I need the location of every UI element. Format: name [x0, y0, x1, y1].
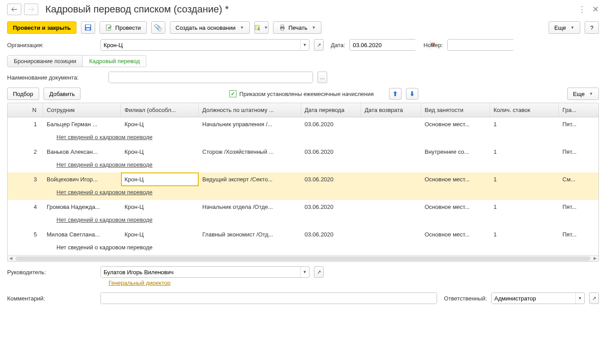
nav-back-button[interactable]: 🡠 [7, 4, 21, 15]
more-menu-icon[interactable]: ⋮ [578, 4, 586, 14]
responsible-dropdown-icon[interactable]: ▼ [575, 293, 584, 304]
table-row[interactable]: 4Громова Надежда...Крон-ЦНачальник отдел… [8, 200, 598, 214]
monthly-accruals-checkbox[interactable]: ✓ Приказом установлены ежемесячные начис… [229, 90, 373, 97]
cell[interactable]: См... [559, 172, 586, 186]
cell[interactable]: Начальник отдела /Отде... [199, 200, 301, 214]
cell[interactable]: 1 [490, 228, 559, 241]
table-row[interactable]: 5Милова Светлана...Крон-ЦГлавный экономи… [8, 228, 598, 241]
responsible-open-button[interactable]: ↗ [589, 292, 599, 304]
cell[interactable]: 2 [8, 145, 43, 159]
cell[interactable]: Ваньков Алексан... [43, 145, 121, 159]
post-and-close-button[interactable]: Провести и закрыть [7, 21, 76, 34]
cell[interactable]: 03.06.2020 [301, 200, 361, 214]
col-header-employment[interactable]: Вид занятости [421, 103, 490, 117]
manager-title-link[interactable]: Генеральный директор [108, 280, 599, 286]
cell[interactable]: Войцехович Игор... [43, 172, 121, 186]
cell[interactable]: 03.06.2020 [301, 228, 361, 241]
cell[interactable] [361, 172, 421, 186]
org-input[interactable] [101, 40, 300, 50]
org-dropdown-icon[interactable]: ▼ [300, 40, 309, 50]
date-field[interactable]: 📅 [349, 39, 416, 51]
table-row[interactable]: 1Бальцер Герман ...Крон-ЦНачальник управ… [8, 117, 598, 131]
cell[interactable]: Крон-Ц [121, 117, 199, 131]
cell[interactable]: Пят... [559, 228, 586, 241]
grid-hscroll[interactable]: ◀ ▶ [8, 255, 598, 261]
cell[interactable] [361, 228, 421, 241]
cell[interactable]: Основное мест... [421, 200, 490, 214]
add-row-button[interactable]: Добавить [44, 88, 80, 100]
cell[interactable] [361, 200, 421, 214]
no-transfer-info-link[interactable]: Нет сведений о кадровом переводе [56, 189, 153, 196]
col-header-schedule[interactable]: Гра... [559, 103, 586, 117]
number-field[interactable] [447, 39, 514, 51]
table-row[interactable]: 3Войцехович Игор...Крон-ЦВедущий эксперт… [8, 172, 598, 186]
scroll-thumb[interactable] [16, 256, 590, 261]
cell[interactable]: Милова Светлана... [43, 228, 121, 241]
cell[interactable]: Громова Надежда... [43, 200, 121, 214]
col-header-employee[interactable]: Сотрудник [43, 103, 121, 117]
cell[interactable]: Пят... [559, 117, 586, 131]
goto-button[interactable]: ▼ [254, 21, 269, 34]
manager-open-button[interactable]: ↗ [314, 266, 324, 278]
tab-transfer[interactable]: Кадровый перевод [83, 56, 146, 67]
scroll-left-icon[interactable]: ◀ [9, 256, 12, 260]
cell[interactable]: 03.06.2020 [301, 172, 361, 186]
manager-input[interactable] [101, 267, 300, 277]
comment-field[interactable] [100, 292, 437, 304]
col-header-return-date[interactable]: Дата возврата [361, 103, 421, 117]
move-down-button[interactable]: ⬇ [406, 88, 418, 100]
cell[interactable]: Сторож /Хозяйственный ... [199, 145, 301, 159]
docname-input[interactable] [109, 72, 313, 83]
help-button[interactable]: ? [585, 21, 599, 34]
nav-forward-button[interactable]: 🡢 [24, 4, 38, 15]
responsible-input[interactable] [492, 293, 575, 304]
cell[interactable]: 1 [490, 200, 559, 214]
cell[interactable]: Ведущий эксперт /Секто... [199, 172, 301, 186]
grid-more-button[interactable]: Еще▼ [567, 88, 599, 100]
cell[interactable]: 1 [8, 117, 43, 131]
comment-input[interactable] [101, 293, 437, 304]
cell[interactable] [361, 145, 421, 159]
create-based-on-button[interactable]: Создать на основании▼ [170, 21, 250, 34]
cell[interactable]: 1 [490, 145, 559, 159]
cell[interactable]: 03.06.2020 [301, 117, 361, 131]
cell[interactable]: Главный экономист /Отд... [199, 228, 301, 241]
date-input[interactable] [350, 40, 430, 50]
cell[interactable]: Крон-Ц [121, 228, 199, 241]
org-field[interactable]: ▼ [100, 39, 309, 51]
more-button[interactable]: Еще▼ [549, 21, 580, 34]
cell[interactable]: Начальник управления /... [199, 117, 301, 131]
cell[interactable]: 4 [8, 200, 43, 214]
docname-ext-button[interactable]: … [317, 72, 327, 83]
org-open-button[interactable]: ↗ [314, 39, 324, 51]
cell[interactable]: Основное мест... [421, 228, 490, 241]
cell[interactable]: Основное мест... [421, 172, 490, 186]
no-transfer-info-link[interactable]: Нет сведений о кадровом переводе [56, 134, 153, 140]
table-row[interactable]: 2Ваньков Алексан...Крон-ЦСторож /Хозяйст… [8, 145, 598, 159]
cell[interactable]: Основное мест... [421, 117, 490, 131]
col-header-n[interactable]: N [8, 103, 43, 117]
cell[interactable]: 1 [490, 172, 559, 186]
col-header-rate-count[interactable]: Колич. ставок [490, 103, 559, 117]
cell[interactable]: Пят... [559, 200, 586, 214]
col-header-branch[interactable]: Филиал (обособл... [121, 103, 199, 117]
select-employees-button[interactable]: Подбор [7, 88, 39, 100]
no-transfer-info-link[interactable]: Нет сведений о кадровом переводе [56, 216, 153, 223]
post-button[interactable]: Провести [100, 21, 147, 34]
col-header-position[interactable]: Должность по штатному ... [199, 103, 301, 117]
cell[interactable]: Крон-Ц [121, 200, 199, 214]
scroll-right-icon[interactable]: ▶ [594, 256, 597, 260]
attach-button[interactable]: 📎 [151, 21, 165, 34]
cell[interactable]: 3 [8, 172, 43, 186]
save-button[interactable] [81, 21, 95, 34]
no-transfer-info-link[interactable]: Нет сведений о кадровом переводе [56, 161, 153, 168]
manager-field[interactable]: ▼ [100, 266, 309, 278]
manager-dropdown-icon[interactable]: ▼ [300, 267, 309, 277]
responsible-field[interactable]: ▼ [491, 292, 585, 304]
cell[interactable] [361, 117, 421, 131]
move-up-button[interactable]: ⬆ [389, 88, 401, 100]
cell[interactable]: 1 [490, 117, 559, 131]
docname-field[interactable] [108, 72, 313, 83]
cell[interactable]: 03.06.2020 [301, 145, 361, 159]
close-icon[interactable]: ✕ [592, 4, 599, 14]
